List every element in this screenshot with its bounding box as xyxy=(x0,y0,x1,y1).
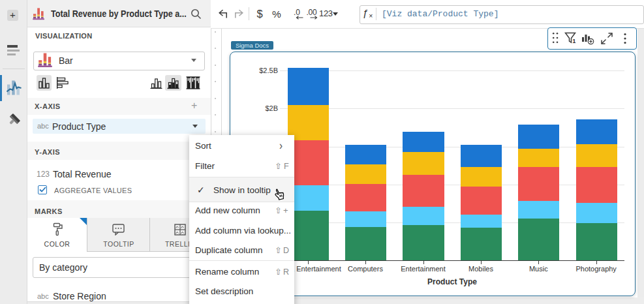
svg-text:1: 1 xyxy=(573,38,576,44)
